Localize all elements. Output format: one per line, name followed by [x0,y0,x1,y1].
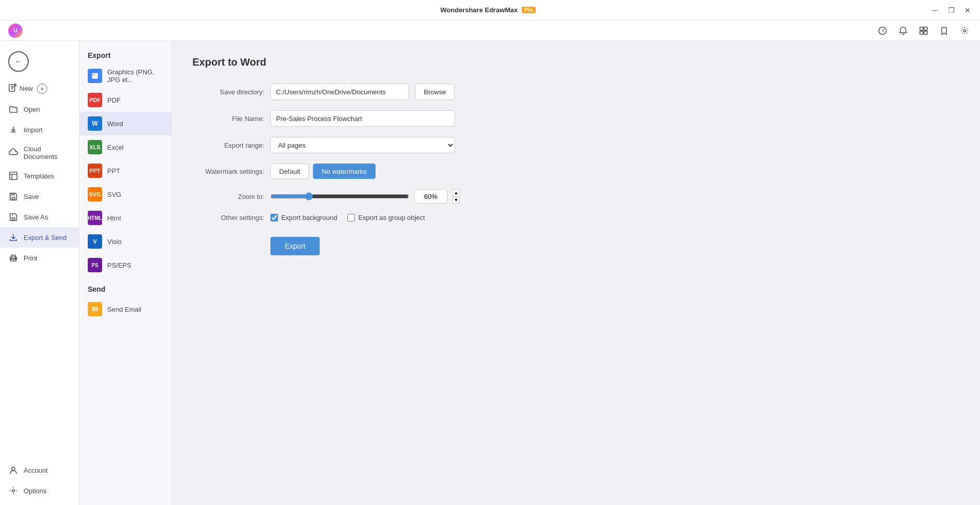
new-icon [8,83,17,94]
sidebar-item-print[interactable]: Print [0,248,79,268]
settings-icon-button[interactable] [957,24,972,38]
export-item-pdf[interactable]: PDF PDF [80,88,171,112]
export-item-ps-label: PS/EPS [107,261,131,269]
export-item-ppt[interactable]: PPT PPT [80,159,171,183]
svg-point-0 [879,27,886,34]
save-directory-input[interactable] [270,84,409,100]
export-item-email[interactable]: ✉ Send Email [80,297,171,321]
sidebar-item-account[interactable]: Account [0,460,79,480]
ps-icon: PS [88,258,102,272]
account-icon [8,465,18,475]
sidebar-item-saveas[interactable]: Save As [0,207,79,227]
export-item-svg-label: SVG [107,191,121,198]
sidebar-item-save[interactable]: Save [0,186,79,207]
close-button[interactable]: ✕ [962,4,974,16]
sidebar-item-templates[interactable]: Templates [0,166,79,186]
sidebar-item-open[interactable]: Open [0,99,79,119]
sidebar-bottom: Account Options [0,460,79,501]
export-item-graphics-label: Graphics (PNG, JPG et... [107,68,163,84]
pro-badge: Pro [522,7,536,13]
export-item-word[interactable]: W Word [80,112,171,135]
import-icon [8,125,18,135]
sidebar-item-cloud[interactable]: Cloud Documents [0,140,79,166]
zoom-slider[interactable] [270,192,409,200]
zoom-down-button[interactable]: ▼ [453,196,460,204]
email-icon: ✉ [88,302,102,316]
minimize-button[interactable]: ─ [929,4,941,16]
file-name-label: File Name: [192,115,264,123]
export-background-text: Export background [281,214,337,221]
save-icon [8,191,18,201]
zoom-input[interactable] [414,189,447,204]
export-form: Save directory: Browse File Name: Export… [192,84,959,255]
sidebar-item-new-label: New [19,85,33,92]
svg-rect-7 [10,172,17,179]
export-item-visio[interactable]: V Visio [80,230,171,253]
main-content: Export to Word Save directory: Browse Fi… [172,41,980,505]
svg-rect-10 [12,218,14,220]
export-icon [8,232,18,243]
svg-rect-8 [12,197,14,200]
save-directory-row: Save directory: Browse [192,84,959,100]
export-group-text: Export as group object [358,214,425,221]
export-item-excel-label: Excel [107,144,124,151]
page-title: Export to Word [192,56,959,68]
watermark-label: Watermark settings: [192,168,264,175]
back-button[interactable]: ← [8,51,29,72]
sidebar-item-print-label: Print [24,254,37,262]
export-item-email-label: Send Email [107,306,141,313]
svg-rect-15 [92,73,97,78]
word-icon: W [88,116,102,131]
saveas-icon [8,212,18,222]
sidebar-item-export[interactable]: Export & Send [0,227,79,248]
html-icon: HTML [88,211,102,225]
zoom-up-button[interactable]: ▲ [453,189,460,196]
sidebar-item-account-label: Account [24,467,48,474]
sidebar-item-export-label: Export & Send [24,234,67,241]
export-item-html[interactable]: HTML Html [80,206,171,230]
export-group-label[interactable]: Export as group object [347,214,425,221]
svg-rect-3 [920,31,923,34]
browse-button[interactable]: Browse [415,84,455,100]
watermark-default-button[interactable]: Default [270,164,309,179]
sidebar-item-import[interactable]: Import [0,119,79,140]
restore-button[interactable]: ❐ [945,4,957,16]
settings-icon [960,26,969,35]
export-background-checkbox[interactable] [270,214,278,221]
export-group-checkbox[interactable] [347,214,355,221]
cloud-icon [8,148,18,158]
export-button[interactable]: Export [270,237,320,255]
new-plus-button[interactable]: + [37,84,47,94]
export-item-html-label: Html [107,214,121,222]
export-range-label: Export range: [192,142,264,149]
layout-icon-button[interactable] [916,24,931,38]
send-section-title: Send [80,277,171,297]
graphics-icon [88,69,102,83]
export-item-word-label: Word [107,120,123,128]
file-name-row: File Name: [192,110,959,127]
watermark-no-button[interactable]: No watermarks [313,164,375,179]
sidebar-item-new[interactable]: New + [0,78,79,99]
export-item-ps[interactable]: PS PS/EPS [80,253,171,277]
file-name-input[interactable] [270,110,455,127]
export-item-pdf-label: PDF [107,96,121,104]
export-background-label[interactable]: Export background [270,214,337,221]
sidebar-item-options-label: Options [24,487,47,495]
avatar[interactable]: U [8,24,23,38]
sidebar-item-options[interactable]: Options [0,480,79,501]
open-icon [8,104,18,114]
export-item-excel[interactable]: XLS Excel [80,135,171,159]
export-item-svg[interactable]: SVG SVG [80,183,171,206]
sidebar-item-cloud-label: Cloud Documents [24,145,71,160]
notification-icon-button[interactable] [896,24,910,38]
bookmark-icon-button[interactable] [937,24,951,38]
other-settings-group: Export background Export as group object [270,214,425,221]
help-icon-button[interactable] [875,24,890,38]
sidebar-item-open-label: Open [24,106,40,113]
export-range-select[interactable]: All pages Current page Selected pages [270,137,455,153]
window-controls: ─ ❐ ✕ [929,4,974,16]
svg-point-13 [12,467,15,470]
svg-point-5 [964,29,966,32]
export-item-graphics[interactable]: Graphics (PNG, JPG et... [80,64,171,88]
svg-rect-1 [920,27,923,30]
